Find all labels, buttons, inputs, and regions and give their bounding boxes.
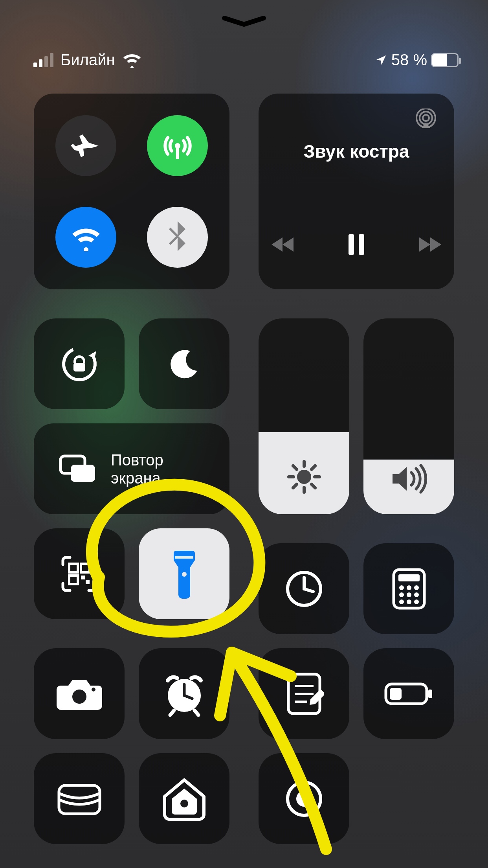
timer-button[interactable] <box>259 543 349 634</box>
svg-rect-22 <box>69 576 78 584</box>
qr-code-icon <box>60 554 99 594</box>
wifi-toggle[interactable] <box>55 207 116 268</box>
connectivity-group[interactable] <box>34 94 229 289</box>
svg-point-34 <box>414 585 419 590</box>
now-playing-title: Звук костра <box>259 141 454 162</box>
svg-line-46 <box>170 710 174 715</box>
screen-mirroring-button[interactable]: Повтор экрана <box>34 423 229 514</box>
wallet-button[interactable] <box>34 753 125 844</box>
svg-rect-1 <box>176 148 179 159</box>
next-track-button[interactable] <box>417 235 442 254</box>
svg-point-32 <box>399 585 404 590</box>
battery-icon <box>383 680 435 708</box>
record-icon <box>283 777 326 820</box>
control-center: Звук костра <box>34 94 454 868</box>
svg-point-9 <box>297 470 311 484</box>
home-button[interactable] <box>139 753 229 844</box>
wifi-icon <box>68 224 104 251</box>
bluetooth-toggle[interactable] <box>147 207 208 268</box>
svg-rect-20 <box>69 564 78 572</box>
note-icon <box>284 670 324 717</box>
svg-rect-54 <box>390 688 402 700</box>
collapse-chevron-icon[interactable] <box>220 16 268 28</box>
camera-button[interactable] <box>34 648 125 739</box>
svg-rect-5 <box>349 234 354 255</box>
svg-line-29 <box>304 589 313 592</box>
svg-point-42 <box>92 688 95 691</box>
moon-icon <box>167 346 202 382</box>
svg-point-2 <box>423 115 429 121</box>
svg-line-14 <box>293 466 297 469</box>
svg-point-40 <box>414 600 419 604</box>
svg-point-3 <box>420 112 432 124</box>
antenna-icon <box>160 128 195 164</box>
svg-point-33 <box>407 585 411 590</box>
svg-point-36 <box>407 592 411 597</box>
svg-point-37 <box>414 592 419 597</box>
svg-point-39 <box>407 600 411 604</box>
svg-rect-55 <box>59 785 100 814</box>
screen-mirroring-icon <box>58 454 97 484</box>
svg-point-35 <box>399 592 404 597</box>
status-bar: Билайн 58 % <box>0 0 488 86</box>
brightness-icon <box>259 459 349 495</box>
svg-rect-24 <box>86 580 90 584</box>
calculator-button[interactable] <box>363 543 454 634</box>
svg-rect-26 <box>175 556 193 559</box>
screen-mirroring-label: Повтор экрана <box>111 451 163 487</box>
svg-point-0 <box>175 143 180 149</box>
flashlight-icon <box>171 548 198 600</box>
do-not-disturb-toggle[interactable] <box>139 318 229 409</box>
svg-point-38 <box>399 600 404 604</box>
notes-button[interactable] <box>259 648 349 739</box>
wifi-icon <box>122 52 142 68</box>
volume-icon <box>363 463 454 495</box>
location-icon <box>375 54 387 66</box>
svg-rect-6 <box>359 234 364 255</box>
volume-slider[interactable] <box>363 318 454 514</box>
qr-scanner-button[interactable] <box>34 528 125 619</box>
svg-point-41 <box>72 690 86 704</box>
alarm-button[interactable] <box>139 648 229 739</box>
previous-track-button[interactable] <box>271 235 296 254</box>
media-playback-group[interactable]: Звук костра <box>259 94 454 289</box>
svg-line-47 <box>194 710 198 715</box>
orientation-lock-toggle[interactable] <box>34 318 125 409</box>
low-power-mode-toggle[interactable] <box>363 648 454 739</box>
svg-line-15 <box>312 484 315 488</box>
svg-point-56 <box>180 800 188 807</box>
battery-percent-label: 58 % <box>391 51 427 69</box>
camera-icon <box>56 676 103 712</box>
svg-point-25 <box>182 572 187 577</box>
timer-icon <box>283 567 326 611</box>
calculator-icon <box>391 567 427 611</box>
bluetooth-icon <box>167 220 189 255</box>
svg-point-58 <box>296 791 312 807</box>
airplay-icon[interactable] <box>415 108 437 131</box>
svg-rect-53 <box>428 690 432 698</box>
flashlight-toggle[interactable] <box>139 528 229 619</box>
svg-line-16 <box>293 484 297 488</box>
carrier-label: Билайн <box>61 51 115 69</box>
wallet-icon <box>56 779 103 818</box>
svg-rect-21 <box>81 564 90 572</box>
cellular-signal-icon <box>33 53 53 67</box>
home-icon <box>161 775 208 822</box>
svg-line-17 <box>312 466 315 469</box>
brightness-slider[interactable] <box>259 318 349 514</box>
airplane-mode-toggle[interactable] <box>55 115 116 176</box>
battery-icon <box>431 53 459 67</box>
cellular-data-toggle[interactable] <box>147 115 208 176</box>
svg-rect-23 <box>81 576 85 579</box>
rotation-lock-icon <box>58 342 101 386</box>
svg-rect-31 <box>398 574 420 581</box>
svg-rect-8 <box>73 363 85 371</box>
svg-rect-19 <box>71 465 95 482</box>
screen-record-button[interactable] <box>259 753 349 844</box>
airplane-icon <box>69 129 103 163</box>
play-pause-button[interactable] <box>347 234 366 256</box>
alarm-clock-icon <box>161 670 208 717</box>
